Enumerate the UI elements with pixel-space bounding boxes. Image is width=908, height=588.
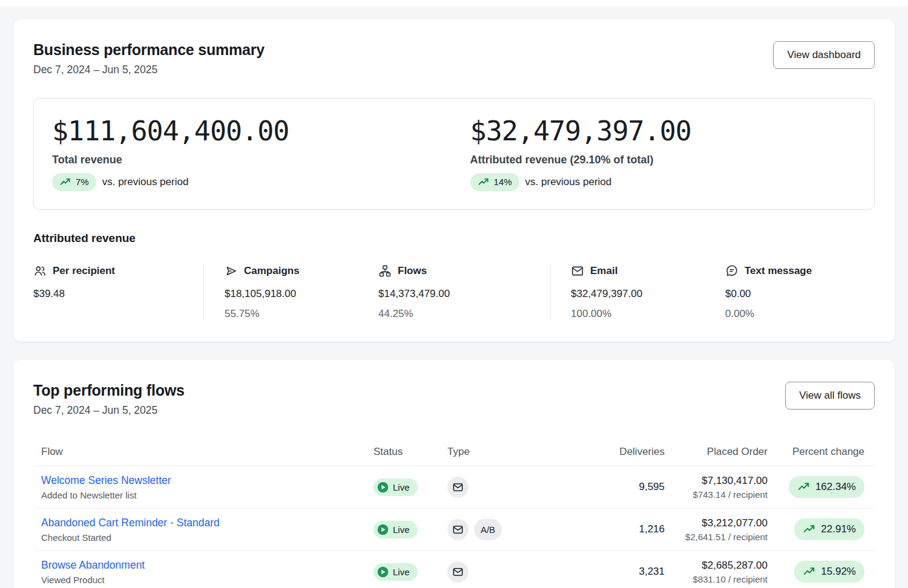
metric-text-message-head: Text message (725, 264, 875, 278)
attributed-revenue-label: Attributed revenue (29.10% of total) (470, 154, 889, 166)
percent-change-badge: 15.92% (794, 561, 864, 583)
revenue-stat-box: $111,604,400.00 Total revenue 7% vs. pre… (33, 98, 875, 210)
percent-change-cell: 162.34% (768, 476, 864, 498)
metric-email: Email $32,479,397.00 100.00% (551, 263, 725, 320)
play-circle-icon (377, 481, 389, 494)
page: Business performance summary Dec 7, 2024… (0, 6, 908, 588)
metric-flows-value: $14,373,479.00 (378, 288, 550, 300)
placed-order-cell: $3,212,077.00 $2,641.51 / recipient (665, 517, 768, 542)
flow-type-cell (447, 477, 538, 498)
play-circle-icon (377, 566, 389, 578)
flow-name-cell: Abandoned Cart Reminder - Standard Check… (33, 517, 373, 543)
placed-order-cell: $2,685,287.00 $831.10 / recipient (665, 560, 768, 584)
attributed-revenue-metrics: Per recipient $39.48 Campaigns $18,105,9… (33, 263, 875, 320)
trend-up-icon (803, 565, 816, 578)
placed-order-value: $3,212,077.00 (665, 517, 768, 529)
attributed-revenue-value: $32,479,397.00 (470, 116, 889, 147)
metric-campaigns-label: Campaigns (244, 265, 300, 277)
business-performance-card: Business performance summary Dec 7, 2024… (13, 19, 895, 342)
total-revenue-change-badge: 7% (52, 173, 96, 191)
metric-campaigns-percent: 55.75% (225, 308, 378, 320)
percent-change-value: 162.34% (815, 481, 856, 493)
play-circle-icon (377, 523, 389, 536)
percent-change-badge: 162.34% (789, 476, 864, 498)
metric-text-message-value: $0.00 (725, 288, 875, 300)
metric-flows-label: Flows (398, 265, 427, 277)
percent-change-cell: 15.92% (768, 561, 864, 583)
deliveries-value: 9,595 (538, 481, 665, 493)
summary-date-range: Dec 7, 2024 – Jun 5, 2025 (33, 64, 265, 76)
attributed-revenue-stat: $32,479,397.00 Attributed revenue (29.10… (470, 116, 889, 191)
flows-table: Flow Status Type Deliveries Placed Order… (33, 446, 875, 588)
trend-up-icon (797, 480, 811, 494)
email-type-icon (447, 477, 469, 498)
metric-campaigns-head: Campaigns (225, 264, 378, 278)
total-revenue-change: 7% (76, 177, 89, 187)
summary-card-header: Business performance summary Dec 7, 2024… (33, 41, 875, 76)
header-status: Status (373, 446, 447, 458)
attributed-revenue-trend-suffix: vs. previous period (525, 176, 612, 188)
email-type-icon (447, 561, 469, 583)
header-percent-change: Percent change (768, 446, 864, 458)
percent-change-badge: 22.91% (794, 518, 864, 540)
view-dashboard-button[interactable]: View dashboard (773, 41, 875, 69)
header-flow: Flow (33, 446, 373, 458)
top-performing-flows-card: Top performing flows Dec 7, 2024 – Jun 5… (13, 360, 895, 588)
trend-up-icon (803, 523, 816, 536)
table-row: Abandoned Cart Reminder - Standard Check… (33, 509, 875, 551)
metric-email-label: Email (590, 265, 617, 277)
flows-card-title: Top performing flows (33, 382, 185, 399)
email-type-icon (447, 519, 469, 540)
message-icon (725, 264, 739, 278)
flows-table-header: Flow Status Type Deliveries Placed Order… (33, 446, 875, 466)
table-row: Browse Abandonment Viewed Product Live (33, 551, 875, 588)
total-revenue-label: Total revenue (52, 154, 470, 166)
per-recipient-value: $831.10 / recipient (665, 574, 768, 584)
table-row: Welcome Series Newsletter Added to Newsl… (33, 466, 875, 509)
flow-trigger: Added to Newsletter list (41, 490, 373, 500)
metric-text-message: Text message $0.00 0.00% (725, 263, 875, 320)
top-strip (0, 0, 908, 6)
metric-email-head: Email (571, 264, 725, 278)
total-revenue-trend-suffix: vs. previous period (102, 176, 189, 188)
metric-per-recipient-value: $39.48 (33, 288, 203, 300)
metric-text-message-percent: 0.00% (725, 308, 875, 320)
flow-status-cell: Live (373, 479, 447, 496)
flow-link[interactable]: Welcome Series Newsletter (41, 474, 171, 486)
flow-link[interactable]: Abandoned Cart Reminder - Standard (41, 517, 220, 529)
metric-campaigns: Campaigns $18,105,918.00 55.75% (204, 263, 378, 320)
users-icon (33, 264, 47, 278)
status-badge: Live (373, 479, 418, 496)
total-revenue-trend: 7% vs. previous period (52, 173, 470, 191)
placed-order-value: $7,130,417.00 (665, 475, 768, 487)
flow-status-cell: Live (373, 563, 447, 581)
metric-flows-head: Flows (378, 264, 550, 278)
flow-trigger: Viewed Product (41, 575, 373, 585)
send-icon (225, 264, 238, 278)
attributed-revenue-heading: Attributed revenue (33, 232, 875, 245)
flow-type-cell (447, 561, 538, 583)
metric-per-recipient-percent (33, 308, 203, 320)
summary-card-title: Business performance summary (33, 41, 265, 59)
status-badge-label: Live (393, 524, 410, 535)
status-badge-label: Live (393, 482, 410, 492)
metric-flows-percent: 44.25% (378, 308, 550, 320)
total-revenue-stat: $111,604,400.00 Total revenue 7% vs. pre… (52, 116, 470, 191)
placed-order-value: $2,685,287.00 (665, 560, 768, 572)
placed-order-cell: $7,130,417.00 $743.14 / recipient (665, 475, 768, 500)
metric-flows: Flows $14,373,479.00 44.25% (378, 263, 551, 320)
attributed-revenue-trend: 14% vs. previous period (470, 173, 889, 191)
trend-up-icon (59, 176, 71, 188)
metric-per-recipient: Per recipient $39.48 (33, 263, 204, 320)
percent-change-value: 15.92% (821, 566, 856, 578)
total-revenue-value: $111,604,400.00 (52, 116, 470, 147)
flow-type-cell: A/B (447, 519, 538, 540)
metric-email-percent: 100.00% (571, 308, 725, 320)
flow-link[interactable]: Browse Abandonment (41, 559, 145, 571)
attributed-revenue-change: 14% (494, 177, 512, 187)
deliveries-value: 3,231 (538, 566, 665, 578)
view-all-flows-button[interactable]: View all flows (785, 382, 875, 410)
metric-email-value: $32,479,397.00 (571, 288, 725, 300)
attributed-revenue-change-badge: 14% (470, 173, 519, 191)
flow-name-cell: Browse Abandonment Viewed Product (33, 559, 373, 585)
